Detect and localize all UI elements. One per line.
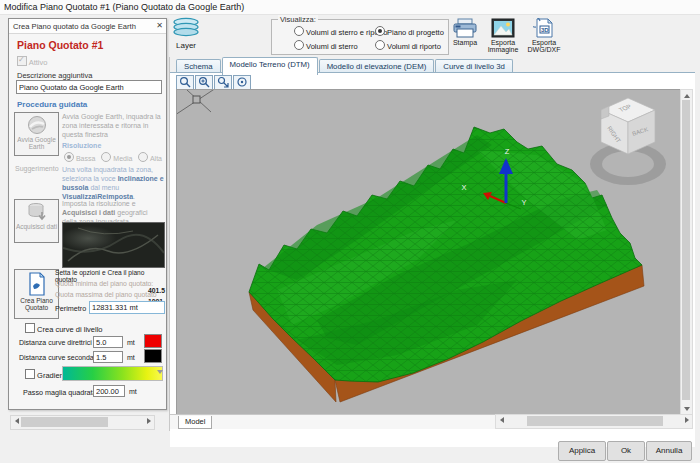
crea-curve-checkbox[interactable]: Crea curve di livello <box>25 323 103 334</box>
passo-label: Passo maglia quadrata <box>23 388 97 397</box>
axis-x-label: X <box>461 183 466 192</box>
close-icon[interactable]: ✕ <box>156 21 163 30</box>
avvia-hint-text: Avvia Google Earth, inquadra la zona int… <box>62 112 163 139</box>
panel-heading: Piano Quotato #1 <box>17 39 103 51</box>
direttrici-unit: mt <box>127 339 135 346</box>
tab-modello-terreno[interactable]: Modello Terreno (DTM) <box>222 57 318 75</box>
scroll-right-icon[interactable] <box>143 416 154 427</box>
radio-volumi-sterro-riporto[interactable]: Volumi di sterro e riporto <box>294 26 387 37</box>
radio-bassa[interactable]: Bassa <box>64 155 95 162</box>
viewport-horizontal-scrollbar[interactable] <box>495 414 693 429</box>
horizontal-scroll-thumb[interactable] <box>527 416 663 426</box>
passo-unit: mt <box>129 388 137 395</box>
acquisisci-button-label: Acquisisci dati <box>15 223 58 230</box>
checkbox-icon <box>17 56 27 66</box>
perimetro-label: Perimetro <box>55 304 86 313</box>
crea-button-label: Crea Piano Quotato <box>15 297 58 311</box>
ok-button[interactable]: Ok <box>607 441 645 461</box>
panel-title: Crea Piano quotato da Google Earth <box>13 22 136 31</box>
model-tab[interactable]: Model <box>178 416 212 429</box>
esporta-immagine-button[interactable]: Esporta Immagine <box>485 18 521 53</box>
checkbox-icon <box>25 369 35 379</box>
acq-bold-part: Acquisisci i dati <box>62 209 115 216</box>
tab-bar: SchemaModello Terreno (DTM)Modello di el… <box>176 57 514 73</box>
annulla-button[interactable]: Annulla <box>646 441 692 461</box>
radio-piano-progetto[interactable]: Piano di progetto <box>375 26 444 37</box>
panel-header: Crea Piano quotato da Google Earth ✕ <box>9 19 166 34</box>
crea-curve-label: Crea curve di livello <box>37 325 102 334</box>
acquisisci-dati-button[interactable]: Acquisisci dati <box>14 199 59 243</box>
passo-input[interactable] <box>93 385 125 397</box>
svg-text:3D: 3D <box>541 27 549 33</box>
orbit-icon <box>236 76 248 88</box>
avvia-button-label: Avvia Google Earth <box>15 136 58 150</box>
model-tab-strip: Model <box>170 414 495 429</box>
radio-alta[interactable]: Alta <box>138 155 162 162</box>
google-earth-icon <box>27 129 47 136</box>
viewport-3d[interactable]: Z X Y TOP RIGHT BACK <box>176 89 681 415</box>
radio-icon <box>294 40 304 50</box>
panel-scroll-thumb[interactable] <box>21 417 108 427</box>
secondarie-unit: mt <box>127 354 135 361</box>
radio-label: Media <box>113 155 132 162</box>
panel-horizontal-scrollbar[interactable] <box>10 415 155 430</box>
attivo-checkbox[interactable]: Attivo <box>17 56 47 67</box>
document-create-icon <box>26 290 48 297</box>
window-title: Modifica Piano Quotato #1 (Piano Quotato… <box>4 2 244 12</box>
radio-icon <box>138 152 148 162</box>
dropdown-icon <box>157 370 163 374</box>
radio-icon-selected <box>64 152 74 162</box>
file-3d-icon: 3D <box>533 32 555 39</box>
radio-volumi-riporto[interactable]: Volumi di riporto <box>375 40 441 51</box>
terrain-scene: Z X Y TOP RIGHT BACK <box>177 90 680 414</box>
applica-button[interactable]: Applica <box>558 441 606 461</box>
app-window: Modifica Piano Quotato #1 (Piano Quotato… <box>0 0 700 463</box>
direttrici-label: Distanza curve direttrici <box>19 339 92 346</box>
crea-piano-button[interactable]: Crea Piano Quotato <box>14 269 59 319</box>
crea-piano-panel: Crea Piano quotato da Google Earth ✕ Pia… <box>8 18 167 410</box>
radio-label: Piano di progetto <box>387 28 444 37</box>
quota-min-label: Quota minima del piano quotato: <box>55 280 153 287</box>
radio-label: Volumi di riporto <box>387 42 441 51</box>
radio-icon <box>375 40 385 50</box>
vertical-scroll-thumb[interactable] <box>682 100 690 400</box>
procedura-label: Procedura guidata <box>17 100 87 109</box>
radio-icon <box>101 152 111 162</box>
scroll-down-icon[interactable] <box>681 403 692 414</box>
radio-icon <box>294 26 304 36</box>
gradient-bar[interactable] <box>62 366 163 381</box>
secondarie-color-swatch[interactable] <box>144 349 162 363</box>
radio-media[interactable]: Media <box>101 155 132 162</box>
stampa-button[interactable]: Stampa <box>448 18 482 46</box>
descrizione-label: Descrizione aggiuntiva <box>17 71 92 80</box>
layer-label: Layer <box>167 41 205 50</box>
axis-z-label: Z <box>505 147 510 156</box>
direttrici-input[interactable] <box>93 336 123 348</box>
terrain-model <box>249 127 644 402</box>
esporta-dwg-button[interactable]: 3D Esporta DWG/DXF <box>524 18 564 53</box>
radio-volumi-sterro[interactable]: Volumi di sterro <box>294 40 358 51</box>
checkbox-icon <box>25 323 35 333</box>
direttrici-color-swatch[interactable] <box>144 334 162 348</box>
axis-y-label: Y <box>521 198 526 207</box>
radio-label: Bassa <box>76 155 95 162</box>
secondarie-input[interactable] <box>93 351 123 363</box>
scroll-right-icon[interactable] <box>681 415 692 426</box>
risoluzione-radios: Bassa Media Alta <box>64 152 162 162</box>
descrizione-input[interactable] <box>16 80 162 94</box>
scroll-left-icon[interactable] <box>496 415 507 426</box>
perimetro-input[interactable] <box>89 301 165 314</box>
layer-button[interactable]: Layer <box>167 16 205 56</box>
acq-text-part: Imposta la risoluzione e <box>62 200 136 207</box>
radio-icon-selected <box>375 26 385 36</box>
zoom-extents-icon <box>217 76 229 88</box>
esporta-dwg-label: Esporta DWG/DXF <box>524 39 564 53</box>
stampa-label: Stampa <box>448 39 482 46</box>
image-icon <box>491 32 515 39</box>
suggerimento-label: Suggerimento <box>15 165 59 172</box>
view-cube[interactable]: TOP RIGHT BACK <box>590 98 666 185</box>
avvia-google-earth-button[interactable]: Avvia Google Earth <box>14 112 59 156</box>
database-download-icon <box>26 216 48 223</box>
viewport-vertical-scrollbar[interactable] <box>680 89 693 415</box>
visualizza-group: Visualizza: Volumi di sterro e riporto P… <box>271 19 449 55</box>
